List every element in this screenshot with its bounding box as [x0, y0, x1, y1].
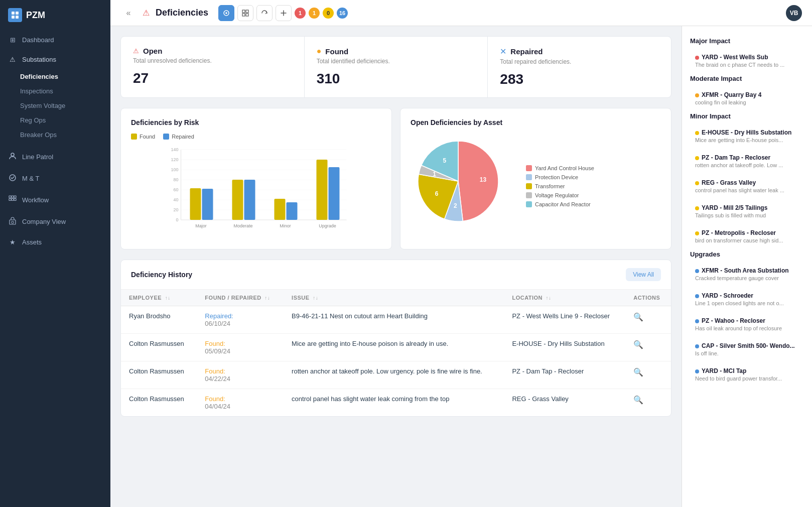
panel-item-title: YARD - Schroeder: [695, 292, 799, 299]
sidebar-item-deficiencies[interactable]: Deficiencies: [0, 69, 110, 84]
view-all-button[interactable]: View All: [626, 268, 661, 281]
sidebar-item-reg-ops[interactable]: Reg Ops: [0, 113, 110, 128]
sidebar-item-label: Deficiencies: [20, 73, 58, 80]
panel-list-item[interactable]: CAP - Silver Smith 500- Wendo... Is off …: [690, 338, 804, 360]
panel-list-item[interactable]: YARD - Mill 2/5 Tailings Tailings sub is…: [690, 200, 804, 222]
panel-list-item[interactable]: REG - Grass Valley control panel has sli…: [690, 175, 804, 197]
tool-btn-grid[interactable]: [237, 5, 253, 21]
app-logo[interactable]: PZM: [0, 0, 110, 30]
view-action-icon[interactable]: 🔍: [633, 313, 643, 321]
table-row: Colton Rasmussen Found: 05/09/24 Mice ar…: [121, 334, 671, 361]
panel-list-item[interactable]: PZ - Wahoo - Recloser Has oil leak aroun…: [690, 313, 804, 335]
panel-item-title: PZ - Metropolis - Recloser: [695, 229, 799, 236]
history-card: Deficiency History View All EMPLOYEE ↑↓ …: [120, 260, 671, 417]
sidebar-item-substations[interactable]: ⚠ Substations: [0, 50, 110, 69]
tool-btn-add[interactable]: [276, 5, 292, 21]
svg-rect-16: [246, 10, 248, 13]
sidebar: PZM ⊞ Dashboard ⚠ Substations Deficienci…: [0, 0, 110, 507]
sidebar-item-m-and-t[interactable]: M & T: [0, 168, 110, 189]
collapse-button[interactable]: «: [120, 5, 137, 21]
svg-text:Minor: Minor: [280, 223, 291, 228]
panel-item-desc: Need to bird guard power transfor...: [695, 375, 799, 382]
panel-list-item[interactable]: XFMR - South Area Substation Cracked tem…: [690, 263, 804, 285]
badge-blue[interactable]: 16: [337, 8, 348, 19]
panel-item-desc: Is off line.: [695, 350, 799, 356]
content-area: ⚠ Open Total unresolved deficiencies. 27…: [110, 26, 812, 507]
history-header: Deficiency History View All: [121, 260, 671, 290]
sidebar-item-workflow[interactable]: Workflow: [0, 189, 110, 211]
tool-btn-refresh[interactable]: [256, 5, 273, 21]
sidebar-item-label: Workflow: [22, 196, 49, 204]
status-badge: Repaired:: [205, 312, 233, 320]
panel-dot: [695, 231, 699, 235]
sort-issue[interactable]: ↑↓: [313, 295, 318, 301]
user-avatar[interactable]: VB: [786, 5, 802, 21]
table-row: Colton Rasmussen Found: 04/22/24 rotten …: [121, 361, 671, 389]
status-badge: Found:: [205, 395, 225, 403]
location-cell: REG - Grass Valley: [504, 389, 625, 417]
transformer-label: Transformer: [535, 183, 565, 189]
svg-rect-47: [329, 167, 340, 220]
panel-dot: [695, 131, 699, 135]
yard-label: Yard And Control House: [535, 165, 594, 171]
employee-cell: Colton Rasmussen: [121, 389, 197, 417]
panel-dot: [695, 156, 699, 160]
sidebar-item-assets[interactable]: ★ Assets: [0, 232, 110, 252]
sidebar-item-line-patrol[interactable]: Line Patrol: [0, 146, 110, 168]
sidebar-item-system-voltage[interactable]: System Voltage: [0, 98, 110, 113]
view-action-icon[interactable]: 🔍: [633, 340, 643, 349]
sort-employee[interactable]: ↑↓: [165, 295, 171, 301]
view-action-icon[interactable]: 🔍: [633, 368, 643, 376]
dashboard-icon: ⊞: [8, 36, 17, 44]
svg-text:40: 40: [173, 197, 178, 202]
panel-list-item[interactable]: XFMR - Quarry Bay 4 cooling fin oil leak…: [690, 87, 804, 109]
moderate-items-list: XFMR - Quarry Bay 4 cooling fin oil leak…: [690, 87, 804, 109]
legend-repaired-label: Repaired: [172, 134, 194, 140]
pie-chart-title: Open Deficiencies by Asset: [411, 118, 661, 126]
panel-list-item[interactable]: E-HOUSE - Dry Hills Substation Mice are …: [690, 125, 804, 147]
employee-cell: Colton Rasmussen: [121, 334, 197, 361]
employee-cell: Ryan Brodsho: [121, 306, 197, 334]
svg-text:140: 140: [171, 147, 178, 152]
sidebar-item-company-view[interactable]: Company View: [0, 211, 110, 232]
date-cell: 05/09/24: [205, 347, 230, 355]
panel-list-item[interactable]: YARD - Schroeder Line 1 open closed ligh…: [690, 288, 804, 310]
upgrade-items-list: XFMR - South Area Substation Cracked tem…: [690, 263, 804, 386]
badge-orange[interactable]: 1: [309, 8, 320, 19]
bar-legend: Found Repaired: [131, 134, 381, 140]
logo-text: PZM: [26, 10, 45, 21]
badge-red[interactable]: 1: [295, 8, 306, 19]
sidebar-item-inspections[interactable]: Inspections: [0, 84, 110, 98]
moderate-impact-title: Moderate Impact: [690, 75, 804, 82]
sidebar-item-breaker-ops[interactable]: Breaker Ops: [0, 128, 110, 142]
pie-label-4: 5: [443, 157, 446, 164]
tool-btn-ai[interactable]: [218, 5, 234, 21]
svg-rect-46: [317, 160, 328, 220]
substations-icon: ⚠: [8, 56, 17, 63]
pie-segment-0[interactable]: [458, 141, 498, 221]
open-subtitle: Total unresolved deficiencies.: [133, 57, 292, 64]
sort-found[interactable]: ↑↓: [264, 295, 270, 301]
status-badge: Found:: [205, 367, 225, 375]
panel-dot: [695, 206, 699, 210]
svg-text:120: 120: [171, 157, 178, 162]
svg-text:20: 20: [173, 207, 178, 212]
panel-list-item[interactable]: YARD - MCI Tap Need to bird guard power …: [690, 363, 804, 386]
badge-yellow[interactable]: 0: [323, 8, 334, 19]
sort-location[interactable]: ↑↓: [546, 295, 552, 301]
protection-dot: [526, 174, 532, 180]
logo-icon: [8, 8, 22, 22]
table-row: Colton Rasmussen Found: 04/04/24 control…: [121, 389, 671, 417]
minor-impact-title: Minor Impact: [690, 112, 804, 120]
issue-cell: B9-46-21-11 Nest on cutout arm Heart Bui…: [284, 306, 504, 334]
panel-list-item[interactable]: PZ - Dam Tap - Recloser rotten anchor at…: [690, 150, 804, 172]
svg-rect-44: [287, 202, 298, 220]
panel-list-item[interactable]: PZ - Metropolis - Recloser bird on trans…: [690, 225, 804, 247]
bar-chart-svg: 0 20 40 60 80 100 120 140: [131, 145, 381, 235]
sidebar-item-dashboard[interactable]: ⊞ Dashboard: [0, 30, 110, 50]
view-action-icon[interactable]: 🔍: [633, 396, 643, 404]
svg-rect-2: [12, 16, 15, 19]
bar-chart-card: Deficiencies by Risk Found Repaired: [120, 108, 392, 249]
history-table: EMPLOYEE ↑↓ FOUND / REPAIRED ↑↓ ISSUE ↑↓…: [121, 290, 671, 416]
panel-list-item[interactable]: YARD - West Wells Sub The braid on c pha…: [690, 50, 804, 72]
